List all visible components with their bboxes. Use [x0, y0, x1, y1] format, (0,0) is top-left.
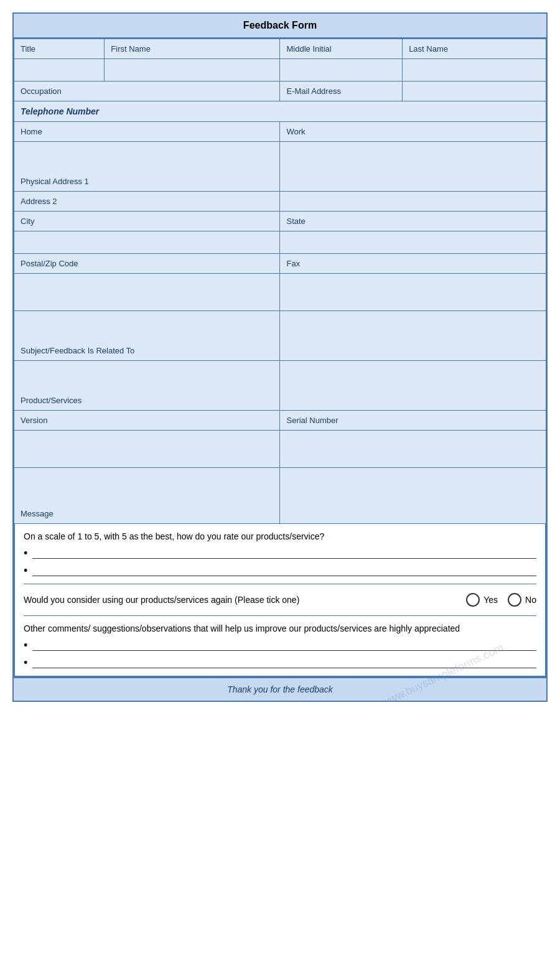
home-label: Home: [14, 122, 280, 142]
city-label: City: [14, 212, 280, 231]
product-input[interactable]: [280, 361, 546, 411]
subject-input[interactable]: [280, 311, 546, 361]
middle-initial-label: Middle Initial: [280, 39, 403, 59]
last-name-label: Last Name: [403, 39, 546, 59]
state-input[interactable]: [280, 231, 546, 254]
comments-label: Other comments/ suggestions/observations…: [24, 623, 536, 633]
message-label: Message: [14, 468, 280, 524]
middle-initial-input[interactable]: [280, 59, 403, 82]
last-name-input[interactable]: [403, 59, 546, 82]
message-input[interactable]: [280, 468, 546, 524]
no-radio[interactable]: [508, 593, 521, 607]
email-label: E-Mail Address: [280, 82, 403, 101]
city-input[interactable]: [14, 231, 280, 254]
state-label: State: [280, 212, 546, 231]
yes-no-section: Would you consider using our products/se…: [24, 584, 536, 616]
no-option[interactable]: No: [508, 593, 536, 607]
form-title: Feedback Form: [14, 14, 546, 39]
work-phone-input[interactable]: [280, 142, 546, 192]
occupation-label: Occupation: [14, 82, 280, 101]
serial-label: Serial Number: [280, 411, 546, 431]
email-input[interactable]: [403, 82, 546, 101]
fax-input[interactable]: [280, 274, 546, 311]
reuse-question: Would you consider using our products/se…: [24, 595, 454, 605]
comments-section: Other comments/ suggestions/observations…: [24, 616, 536, 668]
bullet-2: •: [24, 565, 27, 576]
rating-question: On a scale of 1 to 5, with 5 as the best…: [24, 531, 536, 541]
address2-label: Address 2: [14, 192, 280, 212]
comment-bullet-2: •: [24, 657, 27, 668]
yes-radio[interactable]: [466, 593, 480, 607]
fax-label: Fax: [280, 254, 546, 274]
yes-option[interactable]: Yes: [466, 593, 498, 607]
version-input[interactable]: [14, 431, 280, 468]
title-input[interactable]: [14, 59, 105, 82]
product-label: Product/Services: [14, 361, 280, 411]
telephone-section: Telephone Number: [14, 101, 546, 122]
thank-you-bar: Thank you for the feedback: [14, 677, 546, 701]
address2-input[interactable]: [280, 192, 546, 212]
first-name-label: First Name: [105, 39, 280, 59]
serial-input[interactable]: [280, 431, 546, 468]
title-label: Title: [14, 39, 105, 59]
bullet-1: •: [24, 548, 27, 559]
postal-label: Postal/Zip Code: [14, 254, 280, 274]
yes-label: Yes: [483, 595, 498, 605]
no-label: No: [525, 595, 536, 605]
physical-address1-label: Physical Address 1: [14, 142, 280, 192]
work-label: Work: [280, 122, 546, 142]
version-label: Version: [14, 411, 280, 431]
postal-input[interactable]: [14, 274, 280, 311]
first-name-input[interactable]: [105, 59, 280, 82]
rating-section: On a scale of 1 to 5, with 5 as the best…: [24, 531, 536, 584]
subject-label: Subject/Feedback Is Related To: [14, 311, 280, 361]
comment-bullet-1: •: [24, 640, 27, 651]
